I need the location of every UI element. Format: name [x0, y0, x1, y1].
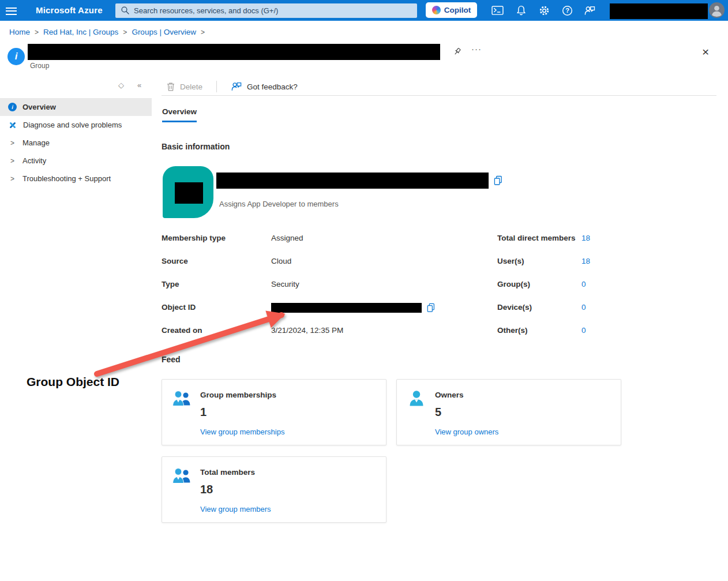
chevron-right-icon: >: [8, 157, 17, 165]
view-group-owners-link[interactable]: View group owners: [435, 428, 498, 436]
hamburger-menu-icon[interactable]: [6, 5, 17, 16]
group-avatar: [163, 166, 213, 218]
card-total-members: Total members 18 View group members: [162, 456, 386, 523]
person-icon: [407, 389, 426, 408]
card-group-memberships: Group memberships 1 View group membershi…: [162, 379, 386, 445]
trash-icon: [166, 82, 175, 92]
global-search: [115, 3, 417, 18]
group-description: Assigns App Developer to members: [219, 200, 339, 208]
feed-heading: Feed: [162, 355, 181, 364]
more-actions-icon[interactable]: ···: [471, 44, 482, 54]
svg-text:?: ?: [565, 7, 569, 14]
sidebar-item-activity[interactable]: > Activity: [0, 152, 152, 170]
card-owners: Owners 5 View group owners: [396, 379, 621, 445]
detail-row: Group(s) 0: [497, 280, 590, 303]
group-title-redacted: [28, 44, 440, 60]
details-left: Membership type Assigned Source Cloud Ty…: [162, 234, 436, 349]
close-icon[interactable]: ×: [702, 46, 709, 58]
users-count-link[interactable]: 18: [581, 257, 590, 265]
detail-row-object-id: Object ID: [162, 303, 436, 326]
settings-gear-icon[interactable]: [538, 5, 550, 17]
sidebar-nav: i Overview Diagnose and solve problems >…: [0, 98, 152, 188]
groups-count-link[interactable]: 0: [581, 280, 586, 288]
sidebar-tools: ◇ «: [118, 81, 141, 89]
sidebar-item-overview[interactable]: i Overview: [0, 98, 152, 116]
sidebar-item-manage[interactable]: > Manage: [0, 134, 152, 152]
breadcrumb-tenant-groups[interactable]: Red Hat, Inc | Groups: [43, 28, 118, 36]
detail-row: Type Security: [162, 280, 436, 303]
total-direct-members-link[interactable]: 18: [581, 234, 590, 242]
detail-row: Device(s) 0: [497, 303, 590, 326]
notifications-bell-icon[interactable]: [515, 5, 527, 17]
detail-row: Total direct members 18: [497, 234, 590, 257]
basic-information-heading: Basic information: [162, 142, 230, 151]
details-right: Total direct members 18 User(s) 18 Group…: [497, 234, 590, 349]
toolbar-divider: [216, 81, 217, 92]
feedback-person-icon: [231, 81, 242, 92]
help-icon[interactable]: ?: [561, 5, 573, 17]
command-bar: Delete Got feedback?: [166, 80, 298, 93]
copilot-button[interactable]: Copilot: [426, 2, 477, 18]
group-info-icon: i: [7, 48, 25, 65]
view-group-memberships-link[interactable]: View group memberships: [200, 428, 284, 436]
people-icon: [172, 389, 192, 408]
annotation-label: Group Object ID: [27, 375, 119, 389]
card-title: Total members: [200, 468, 271, 477]
topbar: Microsoft Azure Copilot ?: [0, 0, 728, 21]
info-icon: i: [8, 103, 17, 111]
user-avatar[interactable]: [709, 2, 725, 18]
copilot-icon: [432, 6, 441, 14]
got-feedback-button[interactable]: Got feedback?: [231, 81, 298, 92]
detail-row: Membership type Assigned: [162, 234, 436, 257]
sidebar-item-troubleshooting[interactable]: > Troubleshooting + Support: [0, 170, 152, 188]
sidebar-resize-icon[interactable]: ◇: [118, 81, 124, 89]
breadcrumb: Home > Red Hat, Inc | Groups > Groups | …: [9, 28, 205, 36]
card-title: Group memberships: [200, 391, 284, 399]
copy-object-id-icon[interactable]: [426, 303, 436, 313]
chevron-right-icon: >: [8, 139, 17, 147]
sidebar-collapse-icon[interactable]: «: [137, 81, 141, 89]
detail-row: User(s) 18: [497, 257, 590, 280]
detail-row: Other(s) 0: [497, 326, 590, 349]
account-info-redacted[interactable]: [610, 3, 708, 19]
copy-group-name-icon[interactable]: [493, 175, 503, 186]
breadcrumb-separator: >: [123, 28, 127, 36]
people-icon: [172, 466, 192, 486]
sidebar-item-diagnose[interactable]: Diagnose and solve problems: [0, 116, 152, 134]
card-value: 1: [200, 406, 284, 419]
breadcrumb-groups-overview[interactable]: Groups | Overview: [132, 28, 196, 36]
detail-row: Source Cloud: [162, 257, 436, 280]
cloud-shell-icon[interactable]: [491, 5, 504, 17]
breadcrumb-separator: >: [35, 28, 39, 36]
page-subtitle: Group: [30, 62, 49, 70]
object-id-redacted: [271, 303, 422, 313]
devices-count-link[interactable]: 0: [581, 303, 586, 312]
delete-button[interactable]: Delete: [166, 82, 202, 92]
tools-icon: [8, 121, 17, 130]
group-name-redacted: [216, 173, 489, 189]
search-input[interactable]: [115, 3, 417, 18]
tab-overview[interactable]: Overview: [162, 107, 197, 122]
group-avatar-initials-redacted: [175, 182, 203, 204]
card-value: 18: [200, 483, 271, 496]
card-title: Owners: [435, 391, 498, 399]
pin-icon[interactable]: [452, 47, 463, 57]
detail-row: Created on 3/21/2024, 12:35 PM: [162, 326, 436, 349]
chevron-right-icon: >: [8, 175, 17, 183]
search-icon: [121, 6, 130, 15]
breadcrumb-separator: >: [201, 28, 205, 36]
view-group-members-link[interactable]: View group members: [200, 505, 271, 513]
breadcrumb-home[interactable]: Home: [9, 28, 30, 36]
feedback-icon[interactable]: [584, 5, 596, 17]
azure-brand[interactable]: Microsoft Azure: [36, 5, 103, 15]
others-count-link[interactable]: 0: [581, 326, 586, 335]
card-value: 5: [435, 406, 498, 419]
toolbar-divider-line: [162, 95, 716, 96]
